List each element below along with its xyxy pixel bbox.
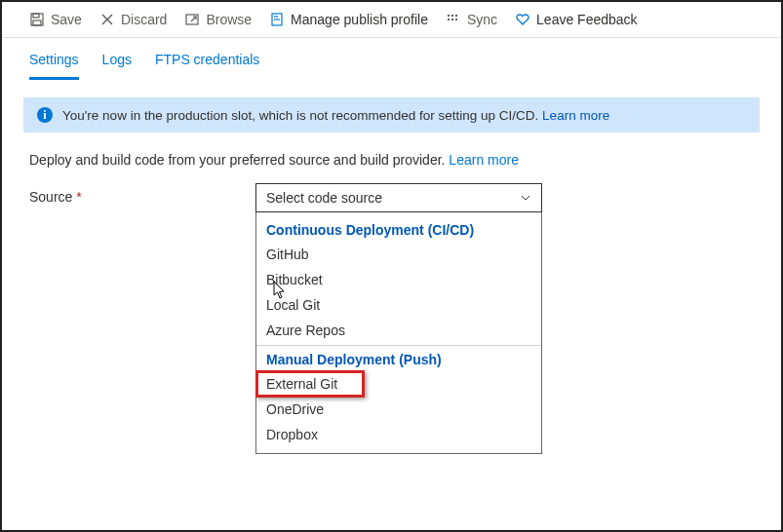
svg-line-6 [191,17,196,21]
description-text: Deploy and build code from your preferre… [29,152,445,168]
source-dropdown: Continuous Deployment (CI/CD) GitHub Bit… [255,212,542,454]
svg-rect-11 [451,15,453,17]
tab-bar: Settings Logs FTPS credentials [2,38,781,80]
tab-ftps[interactable]: FTPS credentials [155,52,259,80]
save-label: Save [51,12,82,27]
x-icon [99,12,115,27]
dropdown-group-manual: Manual Deployment (Push) [256,345,541,371]
svg-rect-14 [455,15,457,17]
save-icon [29,12,45,27]
option-dropbox[interactable]: Dropbox [256,422,541,447]
feedback-label: Leave Feedback [536,12,638,27]
option-onedrive[interactable]: OneDrive [256,397,541,422]
tab-logs[interactable]: Logs [102,52,132,80]
tab-settings[interactable]: Settings [29,52,79,80]
svg-rect-2 [33,20,41,25]
description-learn-more-link[interactable]: Learn more [449,152,519,168]
info-icon: i [37,107,53,123]
browse-button[interactable]: Browse [184,12,252,27]
command-bar: Save Discard Browse Manage publish profi… [2,2,781,38]
source-select-trigger[interactable]: Select code source [255,183,542,212]
required-marker: * [72,189,81,205]
browse-icon [184,12,200,27]
info-text: You're now in the production slot, which… [62,108,538,123]
svg-rect-10 [448,15,450,17]
svg-rect-1 [33,14,39,18]
chevron-down-icon [520,192,531,204]
source-label: Source * [29,183,255,205]
info-learn-more-link[interactable]: Learn more [542,108,609,123]
option-external-git[interactable]: External Git [256,371,541,397]
sync-button[interactable]: Sync [446,12,497,27]
svg-rect-12 [448,19,450,20]
sync-icon [446,12,461,27]
feedback-button[interactable]: Leave Feedback [515,12,638,27]
dropdown-group-cicd: Continuous Deployment (CI/CD) [256,216,541,242]
save-button[interactable]: Save [29,12,82,27]
manage-profile-button[interactable]: Manage publish profile [269,12,428,27]
manage-profile-label: Manage publish profile [291,12,428,27]
heart-icon [515,12,530,27]
option-local-git[interactable]: Local Git [256,292,541,318]
svg-rect-13 [451,19,453,20]
svg-rect-15 [455,19,457,20]
profile-icon [269,12,285,27]
description: Deploy and build code from your preferre… [2,133,781,173]
source-placeholder: Select code source [266,190,382,206]
discard-label: Discard [121,12,167,27]
info-banner: i You're now in the production slot, whi… [23,97,760,133]
option-bitbucket[interactable]: Bitbucket [256,267,541,292]
discard-button[interactable]: Discard [99,12,167,27]
option-github[interactable]: GitHub [256,242,541,267]
option-azure-repos[interactable]: Azure Repos [256,318,541,343]
source-row: Source * Select code source Continuous D… [2,173,781,222]
sync-label: Sync [467,12,497,27]
source-select[interactable]: Select code source Continuous Deployment… [255,183,542,212]
browse-label: Browse [206,12,252,27]
